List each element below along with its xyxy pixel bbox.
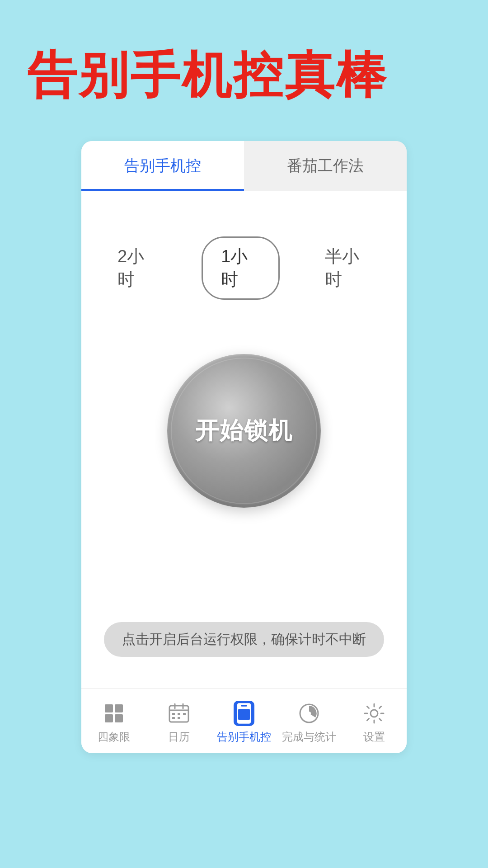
svg-rect-11 — [172, 717, 175, 719]
bottom-nav: 四象限 日历 — [81, 689, 407, 753]
nav-label-calendar: 日历 — [168, 730, 190, 744]
lock-button[interactable]: 开始锁机 — [167, 354, 321, 508]
svg-rect-3 — [115, 714, 123, 722]
nav-label-settings: 设置 — [363, 730, 385, 744]
quadrant-icon — [101, 701, 127, 726]
nav-item-quadrant[interactable]: 四象限 — [81, 696, 146, 749]
svg-rect-9 — [178, 713, 180, 715]
tab-pomodoro[interactable]: 番茄工作法 — [244, 141, 407, 191]
app-card: 告别手机控 番茄工作法 2小时 1小时 半小时 开始锁机 点击开 — [81, 141, 407, 753]
svg-rect-2 — [105, 714, 113, 722]
nav-label-stats: 完成与统计 — [282, 730, 336, 744]
hint-badge[interactable]: 点击开启后台运行权限，确保计时不中断 — [104, 622, 384, 657]
nav-item-stats[interactable]: 完成与统计 — [277, 696, 342, 749]
svg-rect-1 — [115, 704, 123, 712]
svg-rect-14 — [241, 705, 247, 707]
hero-section: 告别手机控真棒 — [0, 0, 488, 132]
svg-rect-15 — [238, 709, 250, 720]
nav-item-phone-control[interactable]: 告别手机控 — [211, 696, 277, 749]
tab-phone-control[interactable]: 告别手机控 — [81, 141, 244, 191]
hero-title: 告别手机控真棒 — [27, 45, 461, 105]
svg-rect-12 — [178, 717, 180, 719]
svg-point-17 — [307, 712, 311, 715]
svg-point-18 — [371, 710, 378, 717]
lock-button-label: 开始锁机 — [195, 415, 293, 447]
nav-item-calendar[interactable]: 日历 — [146, 696, 211, 749]
gear-icon — [361, 701, 387, 726]
time-option-2h[interactable]: 2小时 — [99, 238, 174, 298]
nav-item-settings[interactable]: 设置 — [342, 696, 407, 749]
svg-rect-10 — [183, 713, 186, 715]
time-selector: 2小时 1小时 半小时 — [99, 236, 389, 300]
svg-rect-0 — [105, 704, 113, 712]
phone-control-icon — [231, 701, 257, 726]
time-option-1h[interactable]: 1小时 — [202, 236, 279, 300]
card-content: 2小时 1小时 半小时 开始锁机 点击开启后台运行权限，确保计时不中断 — [81, 191, 407, 689]
stats-icon — [296, 701, 322, 726]
time-option-half[interactable]: 半小时 — [307, 238, 389, 298]
nav-label-quadrant: 四象限 — [98, 730, 130, 744]
svg-rect-8 — [172, 713, 175, 715]
lock-button-container: 开始锁机 — [167, 354, 321, 508]
calendar-icon — [166, 701, 192, 726]
tab-bar: 告别手机控 番茄工作法 — [81, 141, 407, 191]
nav-label-phone-control: 告别手机控 — [217, 730, 271, 744]
